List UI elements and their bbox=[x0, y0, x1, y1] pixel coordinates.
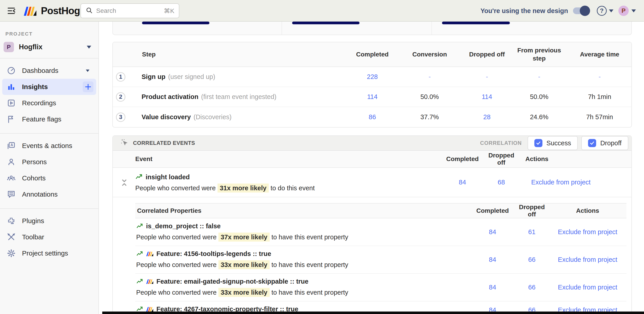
column-header-dropped-off: Dropped off bbox=[484, 152, 518, 166]
funnel-steps-header-row: Step Completed Conversion Dropped off Fr… bbox=[113, 42, 632, 67]
step-name: Product activation bbox=[142, 93, 198, 101]
correlated-events-header: CORRELATED EVENTS CORRELATION Success Dr… bbox=[113, 136, 632, 151]
posthog-logomark-icon bbox=[146, 250, 154, 257]
step-name: Sign up bbox=[142, 73, 166, 81]
recordings-icon bbox=[6, 98, 16, 108]
conversion-value: - bbox=[396, 73, 463, 81]
settings-icon bbox=[6, 248, 16, 258]
chevron-down-icon bbox=[86, 70, 90, 72]
property-name: Feature: 4156-tooltips-legends :: true bbox=[156, 250, 271, 257]
step-name: Value discovery bbox=[142, 113, 191, 121]
sidebar-item-feature-flags[interactable]: Feature flags bbox=[2, 111, 96, 127]
exclude-from-project-link[interactable]: Exclude from project bbox=[518, 179, 632, 186]
column-header-dropped-off: Dropped off bbox=[515, 204, 549, 218]
property-description: People who converted were33x more likely… bbox=[136, 261, 470, 268]
funnel-steps-table: Step Completed Conversion Dropped off Fr… bbox=[112, 42, 632, 128]
section-title: CORRELATED EVENTS bbox=[133, 140, 195, 146]
posthog-logomark-icon bbox=[23, 5, 38, 17]
from-previous-step-value: 24.6% bbox=[510, 113, 568, 121]
step-number-badge: 1 bbox=[116, 72, 126, 82]
window-bottom-edge bbox=[102, 311, 644, 314]
sidebar-item-plugins[interactable]: Plugins bbox=[2, 213, 96, 229]
column-header-actions: Actions bbox=[518, 155, 632, 163]
property-description: People who converted were33x more likely… bbox=[136, 289, 470, 296]
dropped-off-count-link[interactable]: 61 bbox=[515, 228, 549, 236]
persons-icon bbox=[6, 157, 16, 167]
completed-count-link[interactable]: 86 bbox=[349, 113, 396, 121]
help-menu[interactable]: ? bbox=[597, 6, 614, 16]
column-header-from-previous-step: From previous step bbox=[510, 46, 568, 63]
dropped-off-count-link[interactable]: 68 bbox=[484, 179, 518, 186]
chevron-down-icon bbox=[87, 46, 91, 49]
global-search[interactable]: ⌘K bbox=[80, 3, 179, 18]
correlated-property-row: Feature: 4156-tooltips-legends :: true P… bbox=[135, 246, 626, 274]
completed-count-link[interactable]: 114 bbox=[349, 93, 396, 101]
completed-count-link[interactable]: 84 bbox=[470, 284, 515, 291]
new-design-label: You're using the new design bbox=[480, 7, 568, 15]
sidebar-item-project-settings[interactable]: Project settings bbox=[2, 245, 96, 261]
sidebar-item-recordings[interactable]: Recordings bbox=[2, 95, 96, 111]
completed-count-link[interactable]: 228 bbox=[349, 73, 396, 81]
property-description: People who converted were37x more likely… bbox=[136, 233, 470, 241]
svg-text:A: A bbox=[10, 143, 13, 147]
funnel-column-divider bbox=[282, 22, 282, 35]
search-input[interactable] bbox=[96, 7, 161, 15]
top-bar: PostHog ⌘K You're using the new design ? bbox=[0, 0, 644, 22]
dropped-off-count-link[interactable]: 66 bbox=[515, 284, 549, 291]
posthog-logomark-icon bbox=[146, 278, 154, 285]
correlated-properties-table: Correlated Properties Completed Dropped … bbox=[135, 203, 626, 314]
trend-up-icon bbox=[136, 250, 143, 257]
conversion-value: 50.0% bbox=[396, 93, 463, 101]
brand-name: PostHog bbox=[41, 5, 80, 17]
chevron-down-icon bbox=[632, 10, 636, 12]
add-insight-button[interactable] bbox=[83, 81, 94, 92]
exclude-from-project-link[interactable]: Exclude from project bbox=[549, 284, 626, 291]
event-table-header-row: Event Completed Dropped off Actions bbox=[113, 151, 632, 168]
main-content: Step Completed Conversion Dropped off Fr… bbox=[99, 22, 644, 314]
column-header-completed: Completed bbox=[349, 50, 396, 59]
exclude-from-project-link[interactable]: Exclude from project bbox=[549, 228, 626, 236]
sidebar-item-toolbar[interactable]: Toolbar bbox=[2, 229, 96, 245]
sidebar-item-events-actions[interactable]: A Events & actions bbox=[2, 138, 96, 154]
column-header-completed: Completed bbox=[470, 207, 515, 214]
topbar-right: You're using the new design ? P bbox=[480, 0, 636, 22]
sidebar-item-annotations[interactable]: Annotations bbox=[2, 186, 96, 202]
dropped-off-count-link[interactable]: 28 bbox=[463, 113, 510, 121]
completed-count-link[interactable]: 84 bbox=[470, 228, 515, 236]
column-header-average-time: Average time bbox=[568, 50, 632, 59]
trend-up-icon bbox=[135, 173, 143, 181]
funnel-bar bbox=[292, 22, 360, 24]
step-detail: (Discoveries) bbox=[194, 113, 232, 121]
dropoff-filter-checkbox[interactable]: Dropoff bbox=[581, 136, 628, 150]
conversion-value: 37.7% bbox=[396, 113, 463, 121]
collapse-row-icon[interactable] bbox=[121, 177, 128, 189]
correlated-events-card: CORRELATED EVENTS CORRELATION Success Dr… bbox=[112, 135, 632, 314]
likelihood-highlight: 31x more likely bbox=[218, 184, 269, 193]
column-header-event: Event bbox=[113, 155, 441, 163]
feature-flags-icon bbox=[6, 114, 16, 124]
trend-up-icon bbox=[136, 223, 143, 230]
user-avatar: P bbox=[618, 6, 629, 16]
user-menu[interactable]: P bbox=[618, 6, 636, 16]
correlated-event-row: insight loaded People who converted were… bbox=[113, 168, 632, 197]
sidebar-item-persons[interactable]: Persons bbox=[2, 154, 96, 170]
event-name: insight loaded bbox=[146, 173, 190, 181]
sidebar-item-cohorts[interactable]: Cohorts bbox=[2, 170, 96, 186]
collapse-sidebar-icon[interactable] bbox=[7, 6, 18, 16]
sidebar-item-dashboards[interactable]: Dashboards bbox=[2, 63, 96, 79]
dropped-off-count-link[interactable]: 114 bbox=[463, 93, 510, 101]
dropped-off-value: - bbox=[463, 73, 510, 81]
success-filter-checkbox[interactable]: Success bbox=[528, 136, 578, 150]
step-number-badge: 2 bbox=[116, 92, 126, 102]
dropped-off-count-link[interactable]: 66 bbox=[515, 256, 549, 263]
exclude-from-project-link[interactable]: Exclude from project bbox=[549, 256, 626, 263]
funnel-chart-card bbox=[112, 22, 632, 35]
table-row: 2 Product activation (first team event i… bbox=[113, 87, 632, 107]
completed-count-link[interactable]: 84 bbox=[441, 179, 484, 186]
property-name: is_demo_project :: false bbox=[146, 222, 221, 230]
project-switcher[interactable]: P Hogflix bbox=[4, 42, 96, 52]
completed-count-link[interactable]: 84 bbox=[470, 256, 515, 263]
posthog-logo[interactable]: PostHog bbox=[23, 5, 80, 17]
new-design-toggle[interactable] bbox=[573, 7, 589, 15]
sidebar-item-insights[interactable]: Insights bbox=[2, 79, 96, 95]
